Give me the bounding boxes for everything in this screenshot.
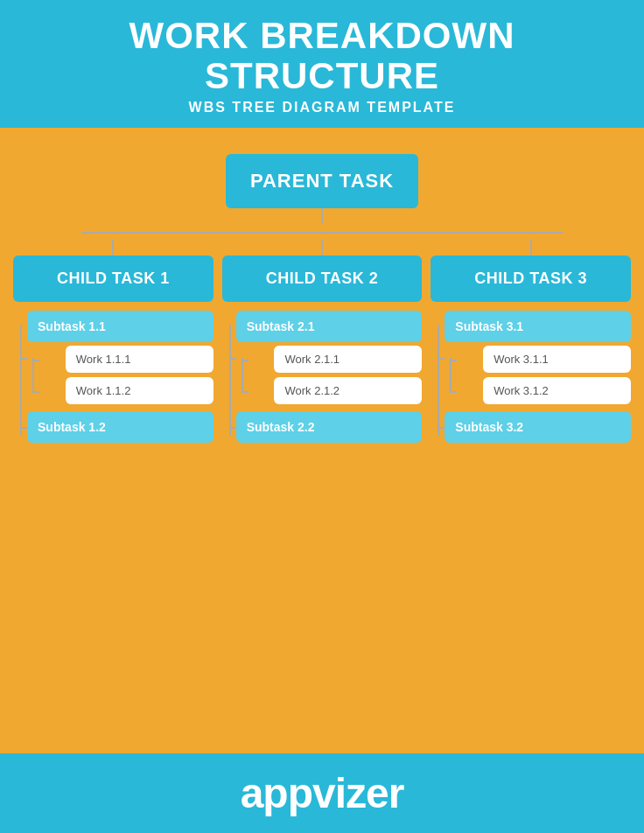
subtask-1-1-label: Subtask 1.1 (38, 319, 106, 333)
parent-level: PARENT TASK (13, 154, 631, 208)
work-items-3-1: Work 3.1.1 Work 3.1.2 (444, 346, 631, 404)
work-1-1-1-item: Work 1.1.1 (39, 346, 214, 373)
subtask-2-1-label: Subtask 2.1 (247, 319, 315, 333)
page-subtitle: WBS TREE DIAGRAM TEMPLATE (9, 100, 635, 116)
subtask-3-2-item: Subtask 3.2 (444, 411, 631, 443)
subtask-3-1-label: Subtask 3.1 (455, 319, 523, 333)
child-task-1-label: CHILD TASK 1 (57, 270, 170, 287)
child-column-1: CHILD TASK 1 Subtask 1.1 Work 1.1.1 (13, 240, 214, 450)
child-task-2-label: CHILD TASK 2 (266, 270, 379, 287)
children-grid: CHILD TASK 1 Subtask 1.1 Work 1.1.1 (13, 240, 631, 450)
child1-v-connector (13, 240, 214, 256)
work-3-1-1-box: Work 3.1.1 (483, 346, 631, 373)
page-footer: appvizer (0, 753, 644, 833)
work-2-1-2-label: Work 2.1.2 (284, 384, 340, 397)
subtask-3-1-box: Subtask 3.1 (444, 311, 631, 342)
parent-task-box: PARENT TASK (226, 154, 418, 208)
work-items-1-1: Work 1.1.1 Work 1.1.2 (27, 346, 214, 404)
subtask-2-1-box: Subtask 2.1 (236, 311, 423, 342)
work-1-1-2-box: Work 1.1.2 (66, 377, 214, 404)
work-2-1-1-label: Work 2.1.1 (284, 353, 340, 366)
work-1-1-2-item: Work 1.1.2 (39, 377, 214, 404)
child2-subtask-area: Subtask 2.1 Work 2.1.1 Work 2.1.2 (222, 311, 423, 450)
subtask-3-1-item: Subtask 3.1 Work 3.1.1 Work 3.1.2 (444, 311, 631, 404)
child2-v-connector (222, 240, 423, 256)
appvizer-logo: appvizer (9, 769, 635, 817)
work-3-1-1-item: Work 3.1.1 (457, 346, 631, 373)
subtask-1-2-label: Subtask 1.2 (38, 420, 106, 434)
child-column-3: CHILD TASK 3 Subtask 3.1 Work 3.1.1 (430, 240, 631, 450)
work-2-1-2-item: Work 2.1.2 (248, 377, 423, 404)
child-task-2-box: CHILD TASK 2 (222, 256, 423, 302)
main-content: PARENT TASK CHILD TASK 1 (0, 128, 644, 753)
logo-text: appvizer (241, 770, 404, 816)
child-task-1-box: CHILD TASK 1 (13, 256, 214, 302)
subtask-1-2-box: Subtask 1.2 (27, 411, 214, 443)
work-1-1-2-label: Work 1.1.2 (76, 384, 131, 397)
work-1-1-1-label: Work 1.1.1 (76, 353, 131, 366)
subtask-2-2-label: Subtask 2.2 (247, 420, 315, 434)
subtask-2-2-box: Subtask 2.2 (236, 411, 423, 443)
child-task-3-label: CHILD TASK 3 (474, 270, 587, 287)
work-3-1-2-label: Work 3.1.2 (494, 384, 549, 397)
child-task-3-box: CHILD TASK 3 (430, 256, 631, 302)
child2-v-line (321, 240, 323, 256)
page-header: WORK BREAKDOWN STRUCTURE WBS TREE DIAGRA… (0, 0, 644, 128)
h-bar-wrapper (81, 224, 564, 240)
subtask-1-2-item: Subtask 1.2 (27, 411, 214, 443)
page-title: WORK BREAKDOWN STRUCTURE (9, 16, 635, 96)
parent-v-connector (13, 208, 631, 224)
work-3-1-1-label: Work 3.1.1 (494, 353, 549, 366)
parent-v-line (321, 208, 323, 224)
diagram-wrapper: PARENT TASK CHILD TASK 1 (13, 154, 631, 450)
work-items-2-1: Work 2.1.1 Work 2.1.2 (236, 346, 423, 404)
child1-v-line (112, 240, 114, 256)
child1-subtask-area: Subtask 1.1 Work 1.1.1 Work 1 (13, 311, 214, 450)
work-2-1-2-box: Work 2.1.2 (274, 377, 422, 404)
h-connector-bar (81, 232, 564, 234)
subtask-1-1-item: Subtask 1.1 Work 1.1.1 Work 1 (27, 311, 214, 404)
subtask-3-2-box: Subtask 3.2 (444, 411, 631, 443)
subtask-2-1-item: Subtask 2.1 Work 2.1.1 Work 2.1.2 (236, 311, 423, 404)
subtask-3-2-label: Subtask 3.2 (455, 420, 523, 434)
subtask-2-2-item: Subtask 2.2 (236, 411, 423, 443)
child3-v-line (530, 240, 532, 256)
work-3-1-2-item: Work 3.1.2 (457, 377, 631, 404)
work-2-1-1-box: Work 2.1.1 (274, 346, 422, 373)
work-1-1-1-box: Work 1.1.1 (66, 346, 214, 373)
parent-task-label: PARENT TASK (250, 170, 394, 192)
work-3-1-2-box: Work 3.1.2 (483, 377, 631, 404)
child3-subtask-area: Subtask 3.1 Work 3.1.1 Work 3.1.2 (430, 311, 631, 450)
work-2-1-1-item: Work 2.1.1 (248, 346, 423, 373)
subtask-1-1-box: Subtask 1.1 (27, 311, 214, 342)
child-column-2: CHILD TASK 2 Subtask 2.1 Work 2.1.1 (222, 240, 423, 450)
child3-v-connector (430, 240, 631, 256)
